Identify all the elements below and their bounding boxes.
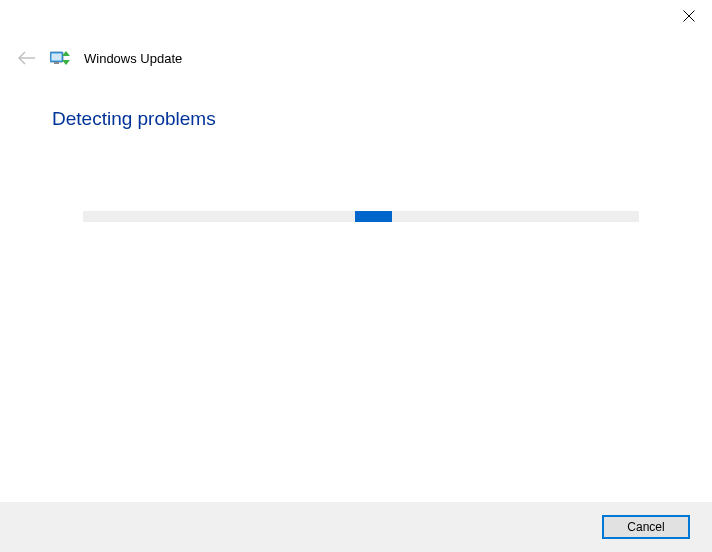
progress-bar-fill: [355, 211, 392, 222]
svg-marker-6: [62, 60, 70, 65]
svg-rect-4: [52, 54, 62, 61]
window-title: Windows Update: [84, 51, 182, 66]
cancel-button[interactable]: Cancel: [602, 515, 690, 539]
troubleshooter-icon: [50, 50, 70, 66]
close-button[interactable]: [666, 0, 712, 32]
back-arrow-icon: [18, 51, 36, 65]
progress-bar: [83, 211, 639, 222]
close-icon: [683, 10, 695, 22]
back-button: [18, 51, 36, 65]
header: Windows Update: [18, 50, 182, 66]
titlebar: [666, 0, 712, 32]
svg-rect-5: [54, 62, 59, 64]
footer: Cancel: [0, 502, 712, 552]
page-heading: Detecting problems: [52, 108, 216, 130]
